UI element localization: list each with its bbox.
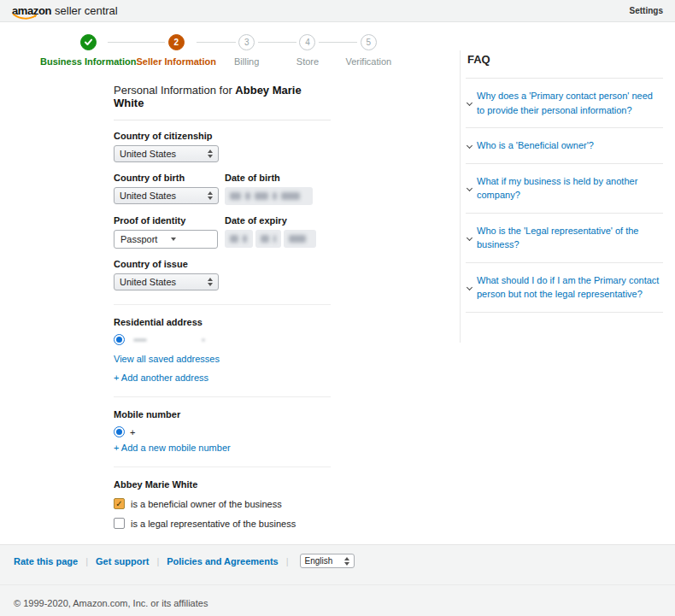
country-of-citizenship-select[interactable]: United States — [114, 145, 219, 162]
date-of-expiry-label: Date of expiry — [225, 215, 331, 226]
step-label: Verification — [345, 56, 391, 67]
step-label: Business Information — [40, 56, 136, 67]
step-verification[interactable]: 5 Verification — [338, 34, 399, 67]
proof-of-identity-value: Passport — [120, 234, 157, 244]
faq-question-text: Who is the 'Legal representative' of the… — [477, 224, 661, 252]
mobile-number-redacted-value: + — [130, 427, 135, 437]
step-business-information[interactable]: Business Information — [40, 34, 136, 67]
add-another-address-link[interactable]: + Add another address — [114, 373, 331, 383]
view-all-saved-addresses-link[interactable]: View all saved addresses — [114, 354, 331, 364]
faq-question-text: Who is a 'Beneficial owner'? — [477, 138, 594, 153]
footer-separator: | — [286, 556, 289, 566]
page-title: Personal Information for Abbey Marie Whi… — [114, 84, 331, 120]
residential-address-label: Residential address — [114, 317, 331, 327]
amazon-smile-icon — [13, 14, 38, 21]
select-updown-icon — [344, 557, 349, 566]
faq-panel: FAQ Why does a 'Primary contact person' … — [460, 50, 675, 343]
language-select[interactable]: English — [300, 554, 355, 568]
chevron-down-icon — [467, 234, 472, 240]
page-title-prefix: Personal Information for — [114, 84, 235, 97]
footer-separator: | — [156, 556, 159, 566]
section-divider — [114, 466, 331, 467]
country-of-issue-value: United States — [120, 277, 176, 287]
select-updown-icon — [208, 150, 213, 158]
caret-down-icon — [171, 238, 176, 241]
date-of-birth-field-redacted[interactable] — [225, 187, 313, 205]
beneficial-owner-checkbox[interactable]: ✓ — [114, 498, 125, 509]
get-support-link[interactable]: Get support — [96, 556, 149, 566]
section-divider — [114, 396, 331, 397]
copyright-text: © 1999-2020, Amazon.com, Inc. or its aff… — [14, 598, 208, 608]
personal-information-form: Personal Information for Abbey Marie Whi… — [114, 84, 331, 616]
step-store[interactable]: 4 Store — [277, 34, 338, 67]
step-label: Billing — [234, 56, 259, 67]
faq-item-primary-contact[interactable]: Why does a 'Primary contact person' need… — [466, 79, 663, 128]
address-redacted-text — [202, 338, 205, 342]
chevron-down-icon — [467, 143, 472, 149]
page-footer: Rate this page | Get support | Policies … — [0, 544, 675, 616]
faq-question-text: Why does a 'Primary contact person' need… — [477, 89, 661, 117]
top-header: amazon seller central Settings — [0, 0, 675, 22]
faq-item-beneficial-owner[interactable]: Who is a 'Beneficial owner'? — [466, 128, 663, 164]
address-redacted-text — [133, 338, 147, 342]
amazon-seller-central-logo: amazon seller central — [12, 4, 118, 17]
country-of-citizenship-value: United States — [120, 149, 176, 159]
country-of-citizenship-label: Country of citizenship — [114, 131, 331, 141]
proof-of-identity-select[interactable]: Passport — [114, 230, 218, 249]
faq-question-text: What if my business is held by another c… — [477, 174, 661, 202]
registration-stepper: Business Information 2 Seller Informatio… — [40, 34, 399, 67]
faq-item-business-held[interactable]: What if my business is held by another c… — [466, 164, 663, 214]
step-number-circle: 2 — [168, 34, 185, 50]
step-number-circle: 3 — [238, 34, 255, 50]
chevron-down-icon — [467, 185, 472, 191]
faq-heading: FAQ — [466, 50, 663, 79]
select-updown-icon — [208, 278, 213, 286]
country-of-birth-label: Country of birth — [114, 173, 225, 183]
beneficial-owner-checkbox-label: is a beneficial owner of the business — [131, 499, 282, 509]
add-new-mobile-number-link[interactable]: + Add a new mobile number — [114, 443, 331, 453]
footer-separator: | — [85, 556, 88, 566]
language-select-value: English — [305, 556, 333, 566]
residential-address-radio[interactable] — [114, 334, 125, 345]
amazon-logo-text: amazon — [12, 5, 51, 16]
country-of-birth-value: United States — [120, 191, 176, 201]
step-number-circle: 5 — [361, 34, 377, 50]
country-of-birth-select[interactable]: United States — [114, 187, 219, 204]
step-billing[interactable]: 3 Billing — [216, 34, 277, 67]
mobile-number-radio[interactable] — [114, 426, 125, 437]
country-of-issue-select[interactable]: United States — [114, 273, 219, 290]
step-seller-information[interactable]: 2 Seller Information — [136, 34, 216, 67]
faq-question-text: What should I do if I am the Primary con… — [477, 273, 661, 302]
policies-agreements-link[interactable]: Policies and Agreements — [167, 556, 278, 566]
faq-item-primary-not-legal[interactable]: What should I do if I am the Primary con… — [466, 263, 663, 313]
chevron-down-icon — [467, 100, 472, 106]
mobile-number-label: Mobile number — [114, 409, 331, 419]
owner-name-heading: Abbey Marie White — [114, 479, 331, 490]
select-updown-icon — [208, 191, 213, 200]
date-of-birth-label: Date of birth — [225, 173, 331, 183]
check-icon — [84, 38, 93, 47]
date-of-expiry-field-redacted[interactable] — [225, 230, 331, 248]
main-content: Business Information 2 Seller Informatio… — [0, 22, 460, 544]
proof-of-identity-label: Proof of identity — [114, 215, 225, 226]
chevron-down-icon — [467, 284, 472, 290]
step-complete-circle — [80, 34, 97, 50]
country-of-issue-label: Country of issue — [114, 259, 331, 269]
legal-representative-checkbox[interactable] — [114, 518, 125, 529]
step-label: Seller Information — [136, 56, 216, 67]
step-number-circle: 4 — [299, 34, 315, 50]
faq-item-legal-representative[interactable]: Who is the 'Legal representative' of the… — [466, 214, 663, 263]
step-label: Store — [296, 56, 319, 67]
legal-representative-checkbox-label: is a legal representative of the busines… — [131, 519, 296, 529]
seller-central-wordmark: seller central — [55, 4, 118, 17]
settings-link[interactable]: Settings — [630, 6, 663, 15]
rate-this-page-link[interactable]: Rate this page — [14, 556, 78, 566]
section-divider — [114, 304, 331, 305]
